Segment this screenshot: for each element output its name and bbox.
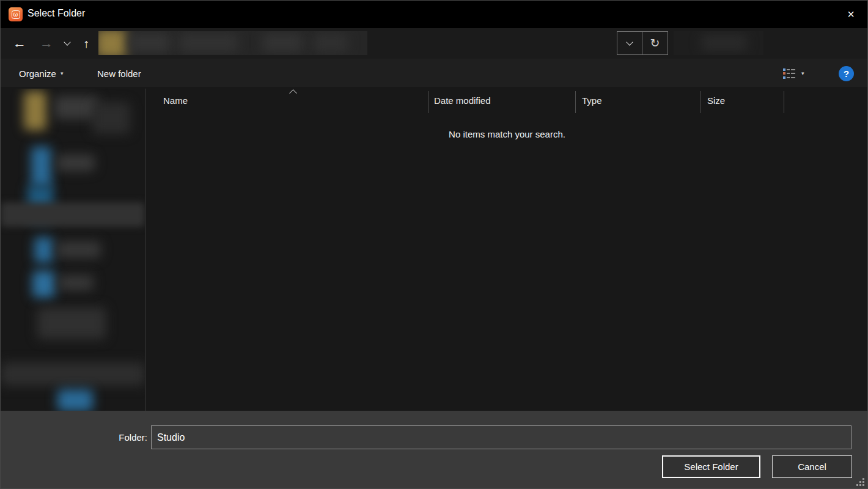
column-header-name[interactable]: Name: [163, 95, 188, 106]
column-header-date-modified[interactable]: Date modified: [434, 95, 491, 106]
sidebar-blur-item: [1, 362, 145, 386]
sidebar-blur-item: [59, 275, 94, 290]
column-divider[interactable]: [428, 91, 428, 113]
recent-locations-dropdown[interactable]: [59, 28, 75, 59]
address-combo-box: ↻: [617, 31, 668, 55]
help-button[interactable]: ?: [839, 66, 854, 81]
file-list-area: Name Date modified Type Size No items ma…: [146, 89, 868, 411]
sidebar-blur-item: [92, 102, 130, 134]
address-bar[interactable]: [98, 31, 367, 55]
folder-name-input[interactable]: [151, 425, 851, 449]
change-view-button[interactable]: ▾: [783, 64, 817, 83]
column-divider[interactable]: [575, 91, 576, 113]
column-divider[interactable]: [701, 91, 701, 113]
cancel-button[interactable]: Cancel: [772, 455, 852, 478]
address-blur-segment: [314, 34, 348, 52]
sidebar-blur-item: [57, 155, 95, 171]
organize-label: Organize: [19, 68, 56, 79]
refresh-button[interactable]: ↻: [642, 32, 668, 54]
forward-button[interactable]: →: [36, 28, 57, 59]
address-blur-folder-icon: [98, 31, 127, 55]
chevron-down-icon: [64, 39, 70, 45]
search-input[interactable]: [674, 31, 763, 55]
sidebar-blur-item: [57, 241, 101, 258]
new-folder-button[interactable]: New folder: [97, 59, 141, 88]
search-blur-content: [701, 35, 747, 51]
details-view-icon: [783, 68, 795, 79]
command-toolbar: Organize ▾ New folder ▾: [1, 59, 867, 88]
chevron-down-icon: ▾: [61, 70, 64, 76]
column-header-type[interactable]: Type: [582, 95, 602, 106]
column-header-size[interactable]: Size: [707, 95, 725, 106]
back-button[interactable]: ←: [9, 28, 30, 59]
select-folder-button[interactable]: Select Folder: [662, 455, 760, 478]
column-header-row: Name Date modified Type Size: [146, 89, 868, 115]
chevron-down-icon: ▾: [801, 70, 804, 76]
address-blur-segment: [129, 34, 171, 52]
close-button[interactable]: ×: [840, 4, 861, 24]
app-logo-glyph: ω: [12, 10, 20, 19]
address-blur-segment: [179, 34, 238, 52]
address-dropdown-button[interactable]: [617, 32, 642, 54]
sidebar-blur-item: [31, 147, 51, 187]
resize-grip[interactable]: [856, 478, 865, 487]
sidebar-blur-item: [24, 91, 46, 130]
up-button[interactable]: ↑: [76, 28, 96, 59]
sidebar-blur-item: [57, 389, 93, 411]
chevron-down-icon: [626, 39, 633, 45]
sidebar-blur-item: [37, 307, 106, 339]
sidebar-blur-item: [32, 271, 55, 298]
column-divider[interactable]: [784, 91, 784, 113]
new-folder-label: New folder: [97, 68, 141, 79]
folder-field-label: Folder:: [86, 432, 147, 443]
sidebar-selected-row: [1, 202, 145, 227]
address-blur-segment: [262, 34, 303, 52]
empty-results-message: No items match your search.: [146, 129, 868, 139]
select-folder-dialog: ω Select Folder × ← → ↑ ↻: [0, 0, 868, 489]
app-icon: ω: [9, 7, 23, 21]
navigation-bar: ← → ↑ ↻: [1, 28, 867, 59]
title-bar: ω Select Folder ×: [1, 1, 867, 28]
sort-ascending-icon[interactable]: [289, 89, 297, 97]
window-title: Select Folder: [28, 8, 85, 19]
organize-menu-button[interactable]: Organize ▾: [19, 59, 63, 88]
footer-panel: Folder: Select Folder Cancel: [1, 411, 867, 488]
navigation-pane[interactable]: [1, 89, 145, 411]
sidebar-blur-item: [34, 237, 53, 263]
